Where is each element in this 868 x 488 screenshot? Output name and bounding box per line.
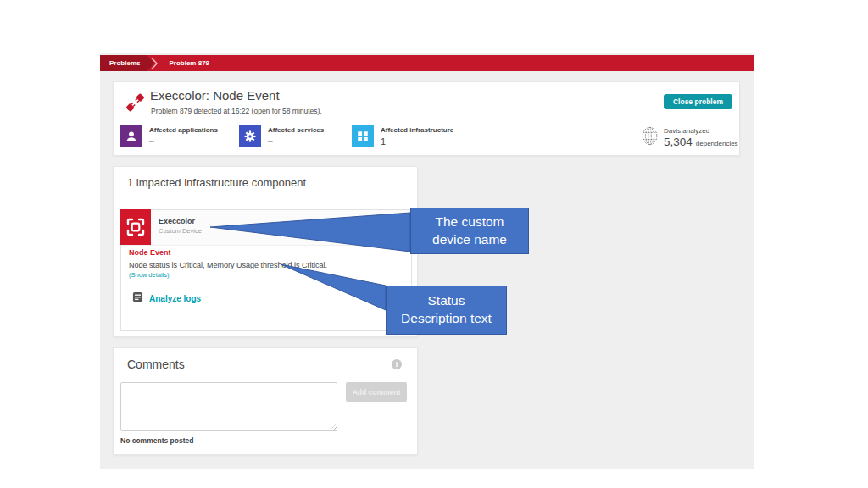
- problem-details-page: Problems Problem 879: [0, 0, 868, 488]
- affected-services: Affected services –: [239, 125, 324, 147]
- info-icon[interactable]: i: [392, 359, 402, 369]
- device-header: Execcolor Custom Device: [121, 210, 411, 246]
- show-details-link[interactable]: (Show details): [129, 271, 170, 279]
- analyze-logs-label: Analyze logs: [149, 294, 201, 303]
- callout-status-description-text: Status Description text: [393, 292, 499, 328]
- gear-icon: [239, 125, 261, 147]
- breadcrumb-current[interactable]: Problem 879: [159, 55, 209, 71]
- log-file-icon: [132, 291, 143, 306]
- callout-custom-device-name: The custom device name: [410, 208, 529, 254]
- impacted-heading: 1 impacted infrastructure component: [127, 176, 306, 189]
- device-box: Execcolor Custom Device Node Event Node …: [120, 209, 412, 331]
- problem-subtitle: Problem 879 detected at 16:22 (open for …: [151, 107, 322, 115]
- event-title: Node Event: [129, 248, 171, 257]
- davis-analysis: Davis analyzed 5,304 dependencies: [641, 125, 738, 151]
- breadcrumb-problems[interactable]: Problems: [100, 55, 153, 71]
- problem-header-card: Execcolor: Node Event Problem 879 detect…: [113, 81, 740, 156]
- add-comment-button[interactable]: Add comment: [346, 382, 407, 402]
- affected-infrastructure-label: Affected infrastructure: [381, 126, 453, 134]
- comment-input-wrapper: [120, 382, 337, 431]
- comments-heading: Comments: [127, 358, 185, 371]
- comment-input[interactable]: [120, 382, 337, 431]
- breadcrumb-problems-label: Problems: [109, 59, 140, 67]
- affected-infrastructure-value: 1: [381, 136, 453, 147]
- affected-services-label: Affected services: [268, 126, 324, 134]
- impacted-infrastructure-card: 1 impacted infrastructure component Ex: [113, 166, 418, 337]
- davis-dependency-count: 5,304: [664, 136, 693, 148]
- close-problem-button[interactable]: Close problem: [664, 94, 732, 109]
- page-title: Execcolor: Node Event: [150, 88, 280, 103]
- callout-status-description: Status Description text: [386, 286, 507, 335]
- comments-card: Comments i Add comment No comments poste…: [113, 347, 418, 455]
- no-comments-text: No comments posted: [120, 436, 193, 445]
- davis-analyzed-label: Davis analyzed: [664, 127, 738, 135]
- event-description: Node status is Critical, Memory Usage th…: [129, 261, 327, 269]
- affected-applications-label: Affected applications: [149, 126, 218, 134]
- custom-device-icon: [120, 209, 151, 245]
- analyze-logs-link[interactable]: Analyze logs: [132, 291, 201, 306]
- user-icon: [120, 125, 142, 147]
- page-canvas: Problems Problem 879: [100, 53, 754, 469]
- davis-ai-icon: [641, 125, 659, 151]
- device-type-label: Custom Device: [159, 227, 202, 235]
- affected-services-value: –: [268, 136, 324, 146]
- breadcrumb-current-label: Problem 879: [169, 59, 209, 67]
- device-name-link[interactable]: Execcolor: [159, 217, 202, 225]
- callout-custom-device-name-text: The custom device name: [418, 214, 521, 249]
- broken-connection-icon: [125, 92, 146, 114]
- affected-infrastructure: Affected infrastructure 1: [352, 125, 453, 147]
- affected-applications-value: –: [149, 136, 218, 146]
- infrastructure-icon: [352, 125, 374, 147]
- davis-dependencies-label: dependencies: [696, 140, 738, 147]
- breadcrumb: Problems Problem 879: [100, 55, 754, 71]
- affected-applications: Affected applications –: [120, 125, 218, 147]
